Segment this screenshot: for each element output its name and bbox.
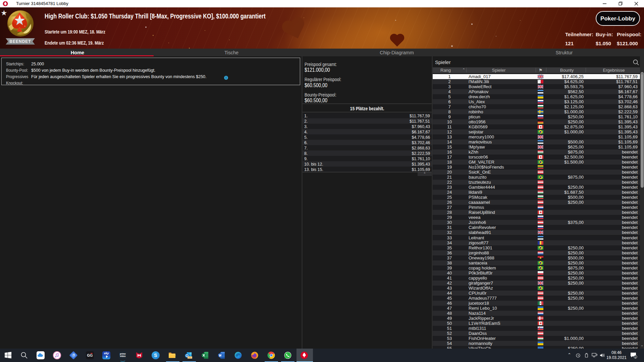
svg-text:1: 1	[635, 356, 636, 359]
